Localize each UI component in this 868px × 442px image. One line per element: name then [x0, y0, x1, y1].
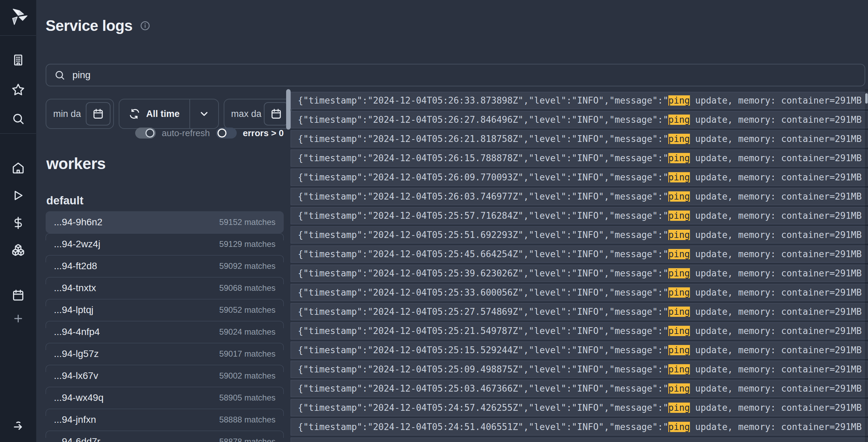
log-line[interactable]: {"timestamp":"2024-12-04T05:26:33.873898…	[291, 92, 868, 109]
min-date-value: min da	[53, 109, 81, 119]
log-timestamp: 2024-12-04T05:25:39.623026Z	[373, 268, 518, 278]
log-json-prefix: {"timestamp":"	[298, 211, 373, 221]
home-icon[interactable]	[12, 162, 25, 175]
chevron-down-icon	[199, 109, 209, 119]
log-timestamp: 2024-12-04T05:26:27.846496Z	[373, 115, 518, 125]
boxes-icon[interactable]	[12, 243, 25, 256]
auto-refresh-toggle[interactable]	[135, 128, 156, 139]
time-range-dropdown[interactable]	[190, 99, 218, 128]
max-date-input[interactable]: max da	[224, 99, 292, 129]
search-match-highlight: ping	[668, 345, 690, 355]
sidebar-divider	[0, 133, 36, 134]
time-range-button[interactable]: All time	[119, 99, 219, 129]
log-line[interactable]: {"timestamp":"2024-12-04T05:26:21.818758…	[291, 130, 868, 147]
log-message-rest: update, memory: container=291MB	[690, 268, 862, 278]
worker-id: ...94-tnxtx	[54, 283, 96, 294]
search-match-highlight: ping	[668, 172, 690, 182]
play-icon[interactable]	[12, 189, 25, 202]
log-timestamp: 2024-12-04T05:25:33.600056Z	[373, 287, 518, 298]
worker-row[interactable]: ...94-2wz4j 59129 matches	[46, 233, 284, 255]
toggle-knob	[218, 129, 226, 138]
log-panel-left-scrollbar[interactable]	[286, 89, 291, 442]
log-json-prefix: {"timestamp":"	[298, 326, 373, 336]
building-icon[interactable]	[12, 53, 25, 67]
worker-id: ...94-ft2d8	[54, 261, 97, 272]
worker-match-count: 58905 matches	[219, 393, 275, 403]
expand-arrow-icon[interactable]	[11, 419, 25, 432]
worker-id: ...94-4nfp4	[54, 326, 100, 337]
search-match-highlight: ping	[668, 326, 690, 336]
log-line[interactable]: {"timestamp":"2024-12-04T05:25:21.549787…	[291, 322, 868, 339]
log-list: {"timestamp":"2024-12-04T05:26:33.873898…	[291, 92, 868, 435]
log-line[interactable]: {"timestamp":"2024-12-04T05:25:51.692293…	[291, 226, 868, 243]
scrollbar-thumb[interactable]	[286, 89, 291, 130]
worker-row[interactable]: ...94-lx67v 59002 matches	[46, 365, 284, 387]
log-line[interactable]: {"timestamp":"2024-12-04T05:24:57.426255…	[291, 399, 868, 416]
worker-row[interactable]: ...94-tnxtx 59068 matches	[46, 277, 284, 299]
log-message-rest: update, memory: container=291MB	[690, 249, 862, 259]
log-line[interactable]: {"timestamp":"2024-12-04T05:25:09.498875…	[291, 361, 868, 378]
log-message-rest: update, memory: container=291MB	[690, 422, 862, 432]
worker-row[interactable]: ...94-wx49q 58905 matches	[46, 387, 284, 409]
log-json-mid: ","level":"INFO","message":"	[518, 153, 668, 163]
windmill-logo[interactable]	[9, 7, 27, 26]
worker-row[interactable]: ...94-jnfxn 58888 matches	[46, 409, 284, 431]
log-json-mid: ","level":"INFO","message":"	[518, 326, 668, 336]
plus-icon[interactable]	[12, 313, 24, 324]
time-range-main[interactable]: All time	[119, 99, 189, 128]
worker-match-count: 58888 matches	[219, 415, 275, 425]
search-match-highlight: ping	[668, 95, 690, 106]
workers-heading: workers	[46, 154, 106, 173]
log-line[interactable]: {"timestamp":"2024-12-04T05:25:15.529244…	[291, 342, 868, 359]
log-json-prefix: {"timestamp":"	[298, 383, 373, 394]
toggle-row: auto-refresh errors > 0	[46, 127, 284, 139]
worker-id: ...94-lptqj	[54, 304, 93, 315]
worker-row[interactable]: ...94-6dd7r 58878 matches	[46, 431, 284, 442]
search-input[interactable]	[72, 69, 856, 81]
log-line[interactable]: {"timestamp":"2024-12-04T05:26:27.846496…	[291, 111, 868, 128]
log-search-bar	[46, 64, 865, 86]
worker-match-count: 59024 matches	[219, 327, 275, 337]
log-line[interactable]: {"timestamp":"2024-12-04T05:25:39.623026…	[291, 265, 868, 282]
log-timestamp: 2024-12-04T05:25:57.716284Z	[373, 211, 518, 221]
log-timestamp: 2024-12-04T05:26:21.818758Z	[373, 134, 518, 144]
log-line[interactable]: {"timestamp":"2024-12-04T05:26:15.788878…	[291, 150, 868, 167]
log-json-prefix: {"timestamp":"	[298, 422, 373, 432]
log-timestamp: 2024-12-04T05:24:57.426255Z	[373, 403, 518, 413]
log-line[interactable]: {"timestamp":"2024-12-04T05:25:03.467366…	[291, 380, 868, 397]
worker-match-count: 58878 matches	[219, 437, 275, 442]
log-line[interactable]: {"timestamp":"2024-12-04T05:25:27.574869…	[291, 303, 868, 320]
min-date-input[interactable]: min da	[46, 99, 114, 129]
calendar-icon[interactable]	[12, 289, 25, 302]
search-match-highlight: ping	[668, 115, 690, 125]
log-json-prefix: {"timestamp":"	[298, 230, 373, 240]
log-json-mid: ","level":"INFO","message":"	[518, 364, 668, 374]
scrollbar-thumb[interactable]	[865, 93, 868, 104]
log-line[interactable]: {"timestamp":"2024-12-04T05:25:33.600056…	[291, 284, 868, 301]
log-json-mid: ","level":"INFO","message":"	[518, 268, 668, 278]
log-line[interactable]: {"timestamp":"2024-12-04T05:26:03.746977…	[291, 188, 868, 205]
page-header: Service logs	[46, 17, 150, 34]
info-icon[interactable]	[140, 21, 150, 31]
log-json-mid: ","level":"INFO","message":"	[518, 403, 668, 413]
search-match-highlight: ping	[668, 153, 690, 163]
star-icon[interactable]	[12, 83, 25, 96]
search-match-highlight: ping	[668, 249, 690, 259]
worker-row[interactable]: ...94-lg57z 59017 matches	[46, 343, 284, 365]
log-panel-right-scrollbar[interactable]	[865, 89, 868, 442]
worker-row[interactable]: ...94-9h6n2 59152 matches	[46, 211, 284, 233]
errors-toggle[interactable]	[216, 128, 237, 139]
worker-row[interactable]: ...94-lptqj 59052 matches	[46, 299, 284, 321]
search-icon[interactable]	[12, 112, 25, 126]
worker-row[interactable]: ...94-ft2d8 59092 matches	[46, 255, 284, 277]
log-line[interactable]: {"timestamp":"2024-12-04T05:26:09.770093…	[291, 169, 868, 186]
dollar-icon[interactable]	[12, 216, 25, 229]
log-json-prefix: {"timestamp":"	[298, 95, 373, 106]
log-line-partial	[291, 438, 868, 442]
min-date-calendar-button[interactable]	[86, 102, 110, 126]
log-line[interactable]: {"timestamp":"2024-12-04T05:25:45.664254…	[291, 246, 868, 263]
worker-row[interactable]: ...94-4nfp4 59024 matches	[46, 321, 284, 343]
max-date-calendar-button[interactable]	[264, 102, 289, 126]
log-line[interactable]: {"timestamp":"2024-12-04T05:24:51.406551…	[291, 418, 868, 435]
log-line[interactable]: {"timestamp":"2024-12-04T05:25:57.716284…	[291, 207, 868, 224]
